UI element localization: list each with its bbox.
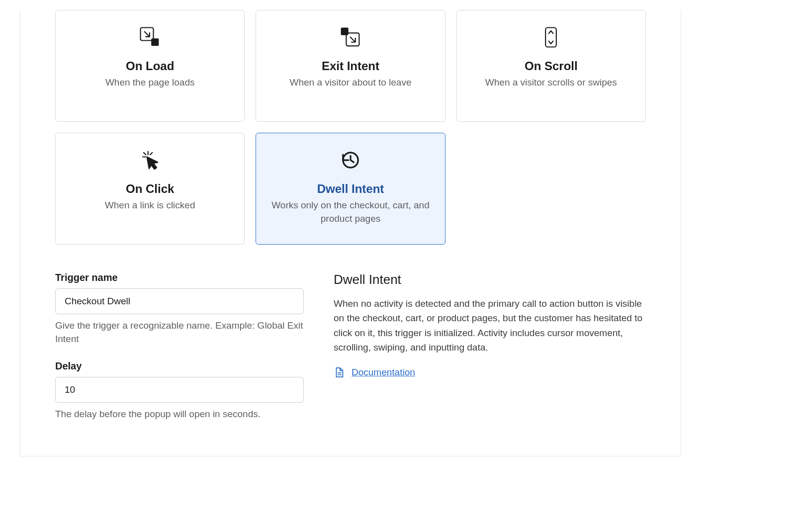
card-title: On Load — [126, 59, 174, 73]
card-description: When the page loads — [105, 76, 195, 89]
svg-rect-2 — [341, 28, 348, 35]
trigger-type-grid: On Load When the page loads Exit Intent … — [55, 10, 646, 245]
documentation-link[interactable]: Documentation — [334, 367, 415, 378]
on-scroll-icon — [538, 24, 564, 50]
delay-input[interactable] — [55, 377, 304, 403]
card-description: When a visitor about to leave — [289, 76, 411, 89]
info-title: Dwell Intent — [334, 272, 646, 287]
document-icon — [334, 367, 345, 378]
trigger-card-on-scroll[interactable]: On Scroll When a visitor scrolls or swip… — [456, 10, 646, 122]
info-description: When no activity is detected and the pri… — [334, 296, 646, 355]
trigger-config-panel: On Load When the page loads Exit Intent … — [20, 10, 681, 456]
svg-rect-1 — [151, 38, 159, 46]
trigger-card-on-load[interactable]: On Load When the page loads — [55, 10, 245, 122]
trigger-name-input[interactable] — [55, 288, 304, 314]
card-description: Works only on the checkout, cart, and pr… — [266, 199, 435, 225]
info-column: Dwell Intent When no activity is detecte… — [334, 272, 646, 436]
trigger-card-exit-intent[interactable]: Exit Intent When a visitor about to leav… — [256, 10, 445, 122]
card-title: Exit Intent — [322, 59, 379, 73]
card-title: On Scroll — [525, 59, 578, 73]
card-description: When a link is clicked — [105, 199, 195, 212]
trigger-name-help: Give the trigger a recognizable name. Ex… — [55, 319, 304, 346]
dwell-intent-icon — [338, 147, 363, 173]
trigger-name-group: Trigger name Give the trigger a recogniz… — [55, 272, 304, 346]
form-fields-column: Trigger name Give the trigger a recogniz… — [55, 272, 304, 436]
on-click-icon — [137, 147, 163, 173]
delay-group: Delay The delay before the popup will op… — [55, 360, 304, 421]
card-title: On Click — [126, 182, 174, 196]
delay-label: Delay — [55, 360, 304, 372]
form-section: Trigger name Give the trigger a recogniz… — [55, 272, 646, 436]
trigger-card-dwell-intent[interactable]: Dwell Intent Works only on the checkout,… — [256, 133, 445, 245]
trigger-card-on-click[interactable]: On Click When a link is clicked — [55, 133, 245, 245]
trigger-name-label: Trigger name — [55, 272, 304, 283]
exit-intent-icon — [338, 24, 363, 50]
card-title: Dwell Intent — [317, 182, 384, 196]
delay-help: The delay before the popup will open in … — [55, 408, 304, 421]
documentation-link-text: Documentation — [352, 367, 415, 378]
card-description: When a visitor scrolls or swipes — [485, 76, 617, 89]
on-load-icon — [137, 24, 163, 50]
